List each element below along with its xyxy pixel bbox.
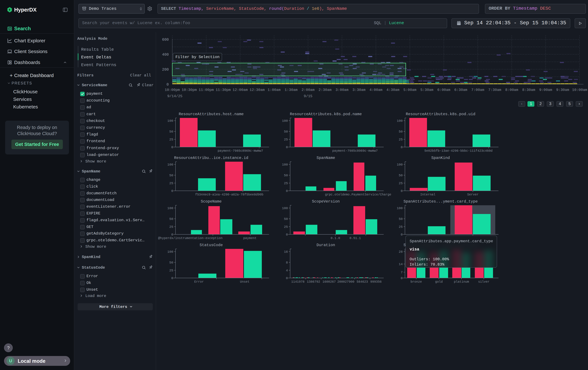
svg-text:2:00am: 2:00am [302,88,315,92]
svg-text:1:00am: 1:00am [268,88,281,92]
svg-text:25: 25 [284,181,288,185]
svg-text:11:30pm: 11:30pm [216,88,231,92]
svg-text:200027900: 200027900 [337,280,354,284]
svg-text:bronze: bronze [410,280,422,284]
svg-text:8: 8 [286,261,288,264]
svg-text:100: 100 [397,163,403,167]
svg-text:ResourceAttribu..ice.instance.: ResourceAttribu..ice.instance.id [174,156,248,160]
svg-text:9:30am: 9:30am [556,88,569,92]
svg-text:Internal: Internal [420,193,435,196]
svg-text:25: 25 [169,225,173,229]
svg-text:1386792: 1386792 [307,280,320,284]
svg-text:ResourceAttributes.host.name: ResourceAttributes.host.name [179,112,244,116]
svg-text:25: 25 [284,225,288,229]
svg-text:0: 0 [286,145,288,149]
svg-text:0: 0 [167,82,169,87]
svg-text:50: 50 [284,217,288,221]
svg-text:4:00am: 4:00am [369,88,383,92]
svg-text:50: 50 [284,130,288,133]
svg-text:25: 25 [169,138,173,141]
svg-text:50: 50 [284,174,288,177]
svg-text:100: 100 [282,119,288,123]
svg-text:600: 600 [162,38,169,42]
svg-text:100: 100 [282,163,288,167]
svg-text:100: 100 [397,206,403,210]
svg-text:9/15: 9/15 [304,94,313,98]
svg-text:25: 25 [399,138,403,141]
svg-text:@hyperdx/instrumentation-excep: @hyperdx/instrumentation-exception [158,237,222,240]
svg-text:payment-7985c8969c-mwmw7: payment-7985c8969c-mwmw7 [332,149,378,153]
svg-text:ResourceAttributes.k8s.pod.nam: ResourceAttributes.k8s.pod.name [290,112,362,116]
svg-text:10:00pm: 10:00pm [165,88,180,92]
svg-text:Server: Server [467,193,479,196]
svg-text:8:30am: 8:30am [522,88,535,92]
svg-text:100: 100 [397,119,403,123]
svg-text:50: 50 [169,261,173,264]
svg-text:100: 100 [167,206,173,210]
svg-text:50: 50 [399,217,403,221]
svg-text:ResourceAttributes.k8s.pod.uid: ResourceAttributes.k8s.pod.uid [406,112,475,116]
svg-text:7:00am: 7:00am [471,88,484,92]
svg-text:0: 0 [286,189,288,193]
svg-text:1141978: 1141978 [291,280,304,284]
svg-text:100: 100 [167,250,173,254]
svg-text:payment: payment [243,237,256,240]
svg-text:4: 4 [286,269,288,272]
svg-text:0: 0 [286,233,288,237]
svg-text:silver: silver [478,280,490,284]
svg-text:6:00am: 6:00am [437,88,450,92]
svg-text:Duration: Duration [316,243,335,247]
svg-text:ScopeName: ScopeName [201,199,222,204]
svg-text:25: 25 [399,225,403,229]
svg-text:10:30pm: 10:30pm [182,88,197,92]
svg-text:50: 50 [169,130,173,133]
svg-text:584623: 584623 [357,280,368,284]
svg-text:payment-7985c8969c-mwmw7: payment-7985c8969c-mwmw7 [218,149,263,153]
svg-text:ScopeVersion: ScopeVersion [312,199,340,204]
svg-text:2:30am: 2:30am [318,88,332,92]
svg-text:grpc.oteldemo.PaymentService/C: grpc.oteldemo.PaymentService/Charge [325,193,391,196]
svg-text:9/14/25: 9/14/25 [167,94,182,98]
svg-text:50: 50 [169,174,173,177]
svg-text:50: 50 [169,217,173,221]
svg-text:3:00am: 3:00am [336,88,349,92]
svg-text:5:30am: 5:30am [420,88,433,92]
svg-text:Unset: Unset [240,280,250,284]
svg-text:16: 16 [284,250,288,254]
svg-text:1:30am: 1:30am [285,88,298,92]
svg-text:50: 50 [399,174,403,177]
svg-text:SpanKind: SpanKind [431,156,450,160]
svg-text:0: 0 [401,276,403,280]
svg-text:25: 25 [169,269,173,272]
svg-text:14: 14 [399,262,403,266]
svg-text:0: 0 [171,145,173,149]
svg-text:100: 100 [167,163,173,167]
svg-text:28: 28 [399,250,403,254]
svg-text:3:30am: 3:30am [352,88,366,92]
svg-text:50: 50 [399,130,403,133]
svg-text:f5344ec9-a1ea-4290-a62a-78f5be: f5344ec9-a1ea-4290-a62a-78f5bee8d90b [195,193,263,196]
svg-text:25: 25 [399,181,403,185]
svg-text:0: 0 [401,189,403,193]
svg-text:8:00am: 8:00am [505,88,518,92]
svg-text:200: 200 [162,68,169,72]
svg-text:999356: 999356 [370,280,382,284]
svg-text:0: 0 [171,233,173,237]
svg-text:0: 0 [401,145,403,149]
svg-text:11:00pm: 11:00pm [199,88,214,92]
svg-text:Error: Error [194,280,204,284]
svg-text:5e02b5fb-13ae-4296-bbbc-111f42: 5e02b5fb-13ae-4296-bbbc-111f423c460d [424,149,493,153]
svg-text:0.51.1: 0.51.1 [349,237,361,240]
svg-text:9:00am: 9:00am [539,88,552,92]
svg-text:25: 25 [169,181,173,185]
svg-text:0: 0 [286,276,288,280]
svg-text:12:00am: 12:00am [233,88,248,92]
svg-text:0: 0 [171,276,173,280]
svg-text:7:30am: 7:30am [488,88,501,92]
svg-text:6:30am: 6:30am [454,88,467,92]
svg-text:400: 400 [162,53,169,57]
svg-text:StatusCode: StatusCode [200,243,223,247]
svg-text:0: 0 [171,189,173,193]
svg-text:10:00am: 10:00am [572,88,587,92]
svg-text:12:30am: 12:30am [250,88,265,92]
